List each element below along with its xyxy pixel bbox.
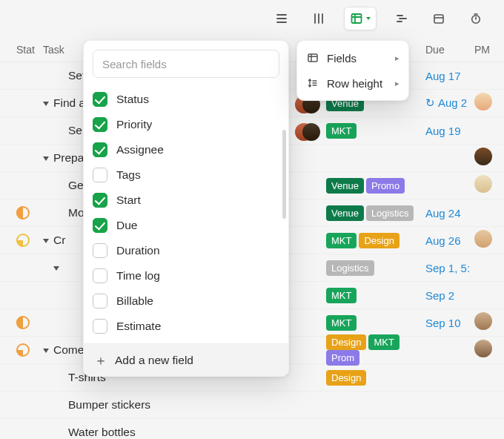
due-date[interactable]: Sep 2 [425,289,474,302]
tag-chip[interactable]: Design [326,370,366,386]
tag-chip[interactable]: Venue [326,205,364,221]
table-row[interactable]: Bumper stickers [0,392,504,419]
pm-avatar[interactable] [474,93,492,110]
view-calendar-icon[interactable] [427,7,451,30]
row-height-icon [306,76,319,90]
disclosure-triangle-icon[interactable] [43,102,49,106]
field-toggle[interactable]: Duration [93,238,279,263]
scrollbar-thumb[interactable] [282,130,286,219]
checkbox-icon [93,92,107,107]
tag-chip[interactable]: MKT [326,288,357,303]
field-toggle[interactable]: Priority [93,112,279,137]
svg-rect-3 [308,54,317,62]
due-date[interactable]: Aug 19 [425,125,474,137]
fields-list: StatusPriorityAssigneeTagsStartDueDurati… [84,87,288,343]
col-header-due[interactable]: Due [425,44,474,56]
disclosure-triangle-icon[interactable] [53,266,59,271]
tag-chip[interactable]: MKT [326,315,357,331]
checkbox-icon [93,294,107,308]
due-date[interactable]: Sep 10 [425,317,474,329]
due-date[interactable]: Aug 17 [425,70,474,82]
add-field-label: Add a new field [115,354,193,367]
field-label: Billable [116,294,153,308]
due-date[interactable]: ↻Aug 2 [425,96,474,110]
checkbox-icon [93,243,107,258]
tag-chip[interactable]: Design [359,233,399,248]
add-field-button[interactable]: ＋ Add a new field [84,343,288,376]
table-view-menu: Fields ▸ Row height ▸ [296,40,409,101]
field-label: Tags [116,168,141,182]
menu-item-row-height[interactable]: Row height ▸ [297,70,408,96]
tag-chip[interactable]: MKT [326,123,357,139]
status-indicator [16,316,30,329]
col-header-pm[interactable]: PM [474,44,504,56]
checkbox-icon [93,319,107,334]
due-date[interactable]: Aug 26 [425,234,474,247]
pm-avatar[interactable] [474,175,492,193]
checkbox-icon [93,142,107,157]
pm-avatar[interactable] [474,148,492,165]
field-toggle[interactable]: Due [93,213,279,238]
due-date[interactable]: Aug 24 [425,207,474,220]
disclosure-triangle-icon[interactable] [43,156,49,161]
sync-icon: ↻ [425,96,435,109]
svg-rect-0 [352,14,362,23]
task-name: Come [53,343,84,357]
menu-item-fields-label: Fields [327,52,357,65]
pm-avatar[interactable] [474,340,492,357]
field-toggle[interactable]: Status [93,87,279,112]
chevron-right-icon: ▸ [395,79,399,88]
menu-item-row-height-label: Row height [327,77,382,90]
task-name: Ge [68,179,84,192]
due-date[interactable]: Sep 1, 5: [425,262,474,274]
tag-chip[interactable]: MKT [326,233,357,248]
field-toggle[interactable]: Estimate [93,314,279,339]
checkbox-icon [93,193,107,208]
pm-avatar[interactable] [474,230,492,248]
task-name: Find a [53,96,85,110]
field-label: Priority [116,118,152,131]
tag-chip[interactable]: Prom [326,350,359,366]
checkbox-icon [93,268,107,283]
field-toggle[interactable]: Tags [93,162,279,188]
pm-avatar[interactable] [474,312,492,330]
task-name: Se [68,124,82,137]
checkbox-icon [93,218,107,233]
table-row[interactable]: Water bottles [0,419,504,439]
tag-chip[interactable]: Design [326,334,366,350]
tag-chip[interactable]: Logistics [326,260,374,276]
field-toggle[interactable]: Start [93,188,279,213]
view-board-icon[interactable] [307,7,331,30]
tag-chip[interactable]: MKT [368,334,399,350]
menu-item-fields[interactable]: Fields ▸ [297,45,408,70]
disclosure-triangle-icon[interactable] [43,239,49,243]
status-indicator [16,343,30,357]
task-name: Prepa [53,151,84,165]
view-list-icon[interactable] [270,7,294,30]
field-toggle[interactable]: Billable [93,288,279,314]
view-table-button[interactable] [344,7,377,30]
task-name: Cr [53,234,65,247]
fields-search-input[interactable] [93,50,279,78]
field-label: Time log [116,269,160,283]
view-timeline-icon[interactable] [390,7,414,30]
tag-chip[interactable]: Venue [326,178,364,194]
table-columns-icon [306,51,319,65]
disclosure-triangle-icon[interactable] [43,349,49,353]
svg-rect-1 [434,15,443,23]
col-header-status[interactable]: Stat [16,44,43,56]
field-label: Duration [116,244,160,257]
field-toggle[interactable]: Time log [93,263,279,288]
field-toggle[interactable]: Assignee [93,137,279,162]
task-name: Water bottles [68,426,136,439]
status-indicator [16,234,30,247]
checkbox-icon [93,117,107,132]
checkbox-icon [93,168,107,182]
field-label: Estimate [116,320,161,333]
tag-chip[interactable]: Promo [366,178,405,194]
plus-icon: ＋ [94,354,107,367]
tag-chip[interactable]: Logistics [366,205,414,221]
view-timer-icon[interactable] [464,7,488,30]
assignee-avatars[interactable] [295,123,319,141]
field-label: Assignee [116,143,164,156]
